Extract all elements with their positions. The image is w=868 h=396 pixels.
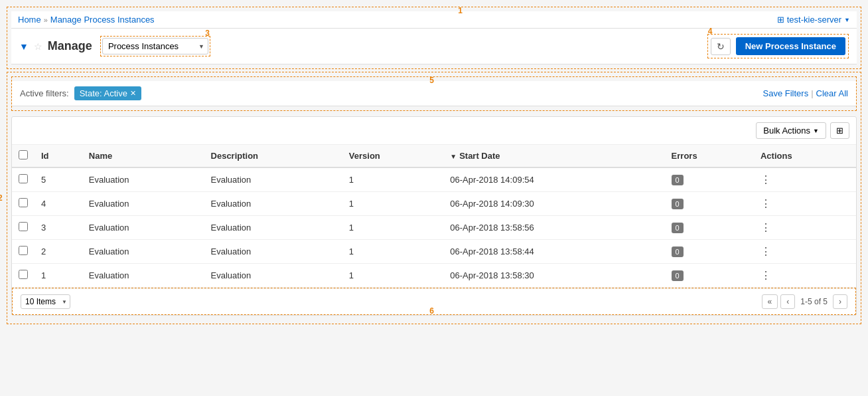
row-start-date-1: 06-Apr-2018 14:09:30 <box>443 192 664 216</box>
first-page-button[interactable]: « <box>762 294 778 309</box>
row-errors-4: 0 <box>665 264 754 288</box>
row-actions-2: ⋮ <box>754 216 856 240</box>
region-6: 6 10 Items 5 Items 15 Items 20 Items « ‹ <box>12 288 856 315</box>
filter-tag-label: State: Active <box>80 88 127 98</box>
actions-menu-3[interactable]: ⋮ <box>760 246 772 257</box>
row-actions-1: ⋮ <box>754 192 856 216</box>
region-2-label: 2 <box>0 193 3 203</box>
actions-menu-4[interactable]: ⋮ <box>760 270 772 281</box>
error-badge-1: 0 <box>672 199 684 209</box>
error-badge-0: 0 <box>672 175 684 185</box>
filter-left: Active filters: State: Active ✕ <box>20 86 141 100</box>
bulk-actions-label: Bulk Actions <box>763 126 810 136</box>
row-name-4: Evaluation <box>82 264 204 288</box>
bulk-actions-button[interactable]: Bulk Actions ▼ <box>756 122 826 139</box>
header-checkbox-col <box>12 145 35 167</box>
header-left: ▼ ☆ Manage 3 Process Instances <box>19 36 210 56</box>
table-row: 3 Evaluation Evaluation 1 06-Apr-2018 13… <box>12 216 856 240</box>
row-start-date-3: 06-Apr-2018 13:58:44 <box>443 240 664 264</box>
star-icon[interactable]: ☆ <box>34 41 42 52</box>
actions-menu-1[interactable]: ⋮ <box>760 198 772 209</box>
row-version-2: 1 <box>342 216 443 240</box>
row-checkbox-0 <box>12 167 35 192</box>
header-name: Name <box>82 145 204 167</box>
page-navigation: « ‹ 1-5 of 5 › <box>762 294 847 309</box>
row-errors-2: 0 <box>665 216 754 240</box>
process-instances-dropdown[interactable]: Process Instances <box>102 38 208 54</box>
items-dropdown: 10 Items 5 Items 15 Items 20 Items <box>21 294 70 309</box>
row-name-0: Evaluation <box>82 167 204 192</box>
select-all-checkbox[interactable] <box>19 150 28 159</box>
process-instances-dropdown-wrapper: Process Instances <box>102 38 208 54</box>
table-row: 5 Evaluation Evaluation 1 06-Apr-2018 14… <box>12 167 856 192</box>
filter-bar: Active filters: State: Active ✕ Save Fil… <box>12 81 856 106</box>
row-id-3: 2 <box>35 240 82 264</box>
row-start-date-2: 06-Apr-2018 13:58:56 <box>443 216 664 240</box>
new-process-instance-button[interactable]: New Process Instance <box>736 37 845 55</box>
columns-button[interactable]: ⊞ <box>830 122 849 139</box>
sort-icon: ▼ <box>450 153 457 160</box>
breadcrumb: Home » Manage Process Instances <box>18 15 155 25</box>
row-id-1: 4 <box>35 192 82 216</box>
columns-icon: ⊞ <box>836 126 843 136</box>
row-errors-3: 0 <box>665 240 754 264</box>
items-per-page-select[interactable]: 10 Items 5 Items 15 Items 20 Items <box>21 294 70 309</box>
bulk-actions-chevron: ▼ <box>813 128 819 134</box>
actions-menu-0[interactable]: ⋮ <box>760 174 772 185</box>
region-2: 2 5 Active filters: State: Active ✕ Save… <box>7 72 861 324</box>
region-5: 5 Active filters: State: Active ✕ Save F… <box>11 76 857 111</box>
error-badge-4: 0 <box>672 270 684 281</box>
row-version-4: 1 <box>342 264 443 288</box>
process-instances-table: Id Name Description Version ▼Start Date … <box>12 145 856 288</box>
row-description-3: Evaluation <box>204 240 342 264</box>
row-select-1[interactable] <box>19 198 28 207</box>
row-actions-0: ⋮ <box>754 167 856 192</box>
row-description-0: Evaluation <box>204 167 342 192</box>
actions-menu-2[interactable]: ⋮ <box>760 222 772 233</box>
table-row: 2 Evaluation Evaluation 1 06-Apr-2018 13… <box>12 240 856 264</box>
header-right: ↻ New Process Instance <box>711 37 845 55</box>
breadcrumb-sep-1: » <box>44 16 48 24</box>
server-name: test-kie-server <box>787 15 841 25</box>
refresh-button[interactable]: ↻ <box>711 38 731 55</box>
server-info[interactable]: ⊞ test-kie-server ▼ <box>777 15 850 25</box>
filter-toggle-icon[interactable]: ▼ <box>19 41 29 52</box>
row-description-2: Evaluation <box>204 216 342 240</box>
save-filters-link[interactable]: Save Filters <box>763 88 809 98</box>
breadcrumb-home[interactable]: Home <box>18 15 41 25</box>
server-icon: ⊞ <box>777 15 784 25</box>
row-version-3: 1 <box>342 240 443 264</box>
row-select-2[interactable] <box>19 222 28 231</box>
row-actions-3: ⋮ <box>754 240 856 264</box>
row-errors-0: 0 <box>665 167 754 192</box>
breadcrumb-bar: Home » Manage Process Instances ⊞ test-k… <box>11 11 857 29</box>
header-start-date[interactable]: ▼Start Date <box>443 145 664 167</box>
region-3-label: 3 <box>205 29 210 38</box>
row-actions-4: ⋮ <box>754 264 856 288</box>
filter-tag-remove[interactable]: ✕ <box>130 89 136 98</box>
items-wrapper: 10 Items 5 Items 15 Items 20 Items <box>21 294 70 309</box>
breadcrumb-manage[interactable]: Manage Process Instances <box>50 15 155 25</box>
table-container: Bulk Actions ▼ ⊞ Id Name Description Ver… <box>11 116 857 316</box>
server-dropdown-icon: ▼ <box>844 17 850 23</box>
region-1: 1 Home » Manage Process Instances ⊞ test… <box>7 7 861 69</box>
pagination-bar: 10 Items 5 Items 15 Items 20 Items « ‹ 1… <box>13 288 855 314</box>
row-select-4[interactable] <box>19 270 28 279</box>
prev-page-button[interactable]: ‹ <box>780 294 795 309</box>
header-id: Id <box>35 145 82 167</box>
page-info: 1-5 of 5 <box>800 297 828 306</box>
row-select-0[interactable] <box>19 174 28 183</box>
row-select-3[interactable] <box>19 246 28 255</box>
row-description-4: Evaluation <box>204 264 342 288</box>
table-header-row: Id Name Description Version ▼Start Date … <box>12 145 856 167</box>
row-start-date-4: 06-Apr-2018 13:58:30 <box>443 264 664 288</box>
next-page-button[interactable]: › <box>833 294 847 309</box>
table-toolbar: Bulk Actions ▼ ⊞ <box>12 117 856 145</box>
error-badge-3: 0 <box>672 247 684 257</box>
row-description-1: Evaluation <box>204 192 342 216</box>
table-row: 1 Evaluation Evaluation 1 06-Apr-2018 13… <box>12 264 856 288</box>
row-start-date-0: 06-Apr-2018 14:09:54 <box>443 167 664 192</box>
clear-all-link[interactable]: Clear All <box>816 88 848 98</box>
row-id-2: 3 <box>35 216 82 240</box>
row-checkbox-4 <box>12 264 35 288</box>
